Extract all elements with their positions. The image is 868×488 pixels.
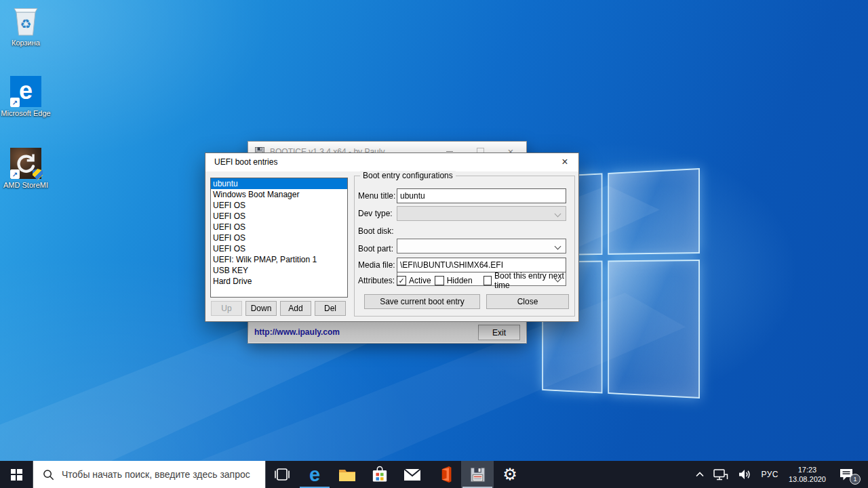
windows-logo-pane bbox=[608, 260, 700, 399]
chevron-down-icon bbox=[555, 243, 561, 250]
amd-storemi-icon: ↗ bbox=[10, 148, 41, 179]
boot-entry-item[interactable]: UEFI: Wilk PMAP, Partition 1 bbox=[211, 254, 347, 265]
tray-language[interactable]: РУС bbox=[756, 461, 783, 488]
dev-type-dropdown: 04 Media Device bbox=[397, 206, 566, 221]
tray-clock[interactable]: 17:23 13.08.2020 bbox=[783, 461, 831, 488]
boot-disk-dropdown[interactable]: HD0: KINGSTON SA1000M8240G (223.6 GB, C: bbox=[397, 239, 566, 253]
boot-entry-item[interactable]: UEFI OS bbox=[211, 243, 347, 254]
desktop-icon-label: AMD StoreMI bbox=[3, 181, 48, 190]
notification-badge: 1 bbox=[850, 474, 861, 485]
taskbar-edge[interactable]: e bbox=[298, 461, 331, 488]
checkbox-boot-this-entry-next-time[interactable]: Boot this entry next time bbox=[484, 271, 570, 290]
file-explorer-icon bbox=[338, 467, 356, 482]
uefi-boot-entries-dialog: UEFI boot entries × ubuntuWindows Boot M… bbox=[205, 152, 579, 322]
checkbox-hidden[interactable]: Hidden bbox=[435, 276, 473, 285]
boot-entry-item[interactable]: UEFI OS bbox=[211, 211, 347, 222]
edge-letter: e bbox=[19, 79, 33, 103]
menu-title-input[interactable]: ubuntu bbox=[397, 188, 566, 203]
recycle-symbol: ♻ bbox=[20, 17, 31, 31]
desktop-icon-microsoft-edge[interactable]: e ↗ Microsoft Edge bbox=[1, 76, 51, 118]
desktop-icon-label: Microsoft Edge bbox=[1, 109, 50, 118]
uac-shield-icon bbox=[33, 169, 43, 180]
taskbar-bootice[interactable] bbox=[461, 461, 494, 488]
tray-chevron-up[interactable] bbox=[691, 461, 709, 488]
gear-icon: ⚙ bbox=[502, 466, 517, 483]
mail-icon bbox=[403, 468, 421, 481]
system-tray: РУС 17:23 13.08.2020 1 bbox=[691, 461, 868, 488]
speaker-icon bbox=[738, 469, 751, 480]
recycle-bin-icon: ♻ bbox=[11, 4, 41, 37]
store-icon bbox=[372, 466, 388, 483]
group-title: Boot entry configurations bbox=[360, 171, 456, 180]
checkbox-label: Hidden bbox=[447, 276, 473, 285]
task-view-icon bbox=[274, 468, 290, 481]
dialog-title: UEFI boot entries bbox=[214, 153, 277, 171]
dev-type-label: Dev type: bbox=[358, 206, 396, 221]
tray-network[interactable] bbox=[709, 461, 733, 488]
checkbox-label: Active bbox=[409, 276, 431, 285]
search-icon bbox=[43, 469, 54, 481]
media-file-label: Media file: bbox=[358, 258, 396, 272]
up-button[interactable]: Up bbox=[211, 301, 242, 316]
chevron-down-icon bbox=[555, 211, 561, 218]
close-dialog-button[interactable]: Close bbox=[486, 294, 569, 309]
menu-title-label: Menu title: bbox=[358, 188, 396, 203]
office-icon bbox=[437, 466, 453, 483]
bootice-statusbar: http://www.ipauly.com Exit bbox=[249, 321, 526, 342]
shortcut-arrow-icon: ↗ bbox=[10, 169, 20, 179]
network-icon bbox=[713, 469, 728, 481]
chevron-up-icon bbox=[696, 472, 704, 477]
checkbox-box[interactable] bbox=[484, 276, 492, 285]
shortcut-arrow-icon: ↗ bbox=[10, 98, 20, 107]
desktop-icon-recycle-bin[interactable]: ♻ Корзина bbox=[1, 4, 51, 47]
checkbox-active[interactable]: ✓Active bbox=[397, 276, 431, 285]
add-button[interactable]: Add bbox=[280, 301, 311, 316]
del-button[interactable]: Del bbox=[315, 301, 346, 316]
tray-date: 13.08.2020 bbox=[789, 475, 826, 483]
taskbar-settings[interactable]: ⚙ bbox=[494, 461, 526, 488]
desktop-icon-amd-storemi[interactable]: ↗ AMD StoreMI bbox=[1, 148, 51, 190]
attributes-label: Attributes: bbox=[358, 273, 396, 288]
exit-button[interactable]: Exit bbox=[478, 325, 520, 340]
task-view-button[interactable] bbox=[266, 461, 298, 488]
taskbar-search[interactable]: Чтобы начать поиск, введите здесь запрос bbox=[33, 461, 266, 488]
taskbar-mail[interactable] bbox=[396, 461, 429, 488]
tray-volume[interactable] bbox=[733, 461, 756, 488]
start-button[interactable] bbox=[0, 461, 33, 488]
attributes-checkboxes: ✓ActiveHiddenBoot this entry next time bbox=[397, 275, 573, 286]
windows-logo-pane bbox=[608, 168, 700, 255]
tray-time: 17:23 bbox=[798, 466, 817, 474]
edge-icon: e bbox=[309, 465, 320, 485]
dialog-titlebar[interactable]: UEFI boot entries × bbox=[205, 153, 578, 171]
boot-entry-item[interactable]: UEFI OS bbox=[211, 222, 347, 232]
checkbox-box[interactable]: ✓ bbox=[397, 276, 406, 285]
boot-entry-item[interactable]: ubuntu bbox=[211, 178, 347, 189]
edge-icon: e ↗ bbox=[10, 76, 41, 107]
boot-part-label: Boot part: bbox=[358, 241, 396, 256]
search-placeholder: Чтобы начать поиск, введите здесь запрос bbox=[62, 469, 250, 480]
down-button[interactable]: Down bbox=[245, 301, 277, 316]
floppy-disk-icon bbox=[469, 466, 486, 483]
windows-start-icon bbox=[11, 469, 22, 481]
boot-entry-item[interactable]: Windows Boot Manager bbox=[211, 189, 347, 200]
desktop-icon-label: Корзина bbox=[12, 39, 40, 47]
taskbar-file-explorer[interactable] bbox=[331, 461, 363, 488]
boot-entry-item[interactable]: USB KEY bbox=[211, 265, 347, 276]
action-center-button[interactable]: 1 bbox=[831, 461, 861, 488]
taskbar: Чтобы начать поиск, введите здесь запрос… bbox=[0, 461, 868, 488]
close-icon[interactable]: × bbox=[555, 154, 574, 170]
ipauly-link[interactable]: http://www.ipauly.com bbox=[254, 327, 340, 337]
checkbox-box[interactable] bbox=[435, 276, 444, 285]
taskbar-office[interactable] bbox=[429, 461, 461, 488]
checkbox-label: Boot this entry next time bbox=[494, 271, 570, 290]
boot-entries-list[interactable]: ubuntuWindows Boot ManagerUEFI OSUEFI OS… bbox=[210, 178, 348, 298]
boot-entry-item[interactable]: UEFI OS bbox=[211, 200, 347, 211]
save-current-boot-entry-button[interactable]: Save current boot entry bbox=[364, 294, 480, 309]
boot-entry-item[interactable]: Hard Drive bbox=[211, 276, 347, 287]
boot-entry-item[interactable]: UEFI OS bbox=[211, 232, 347, 243]
boot-disk-label: Boot disk: bbox=[358, 224, 396, 239]
media-file-input[interactable]: \EFI\UBUNTU\SHIMX64.EFI bbox=[397, 258, 566, 272]
taskbar-store[interactable] bbox=[363, 461, 396, 488]
